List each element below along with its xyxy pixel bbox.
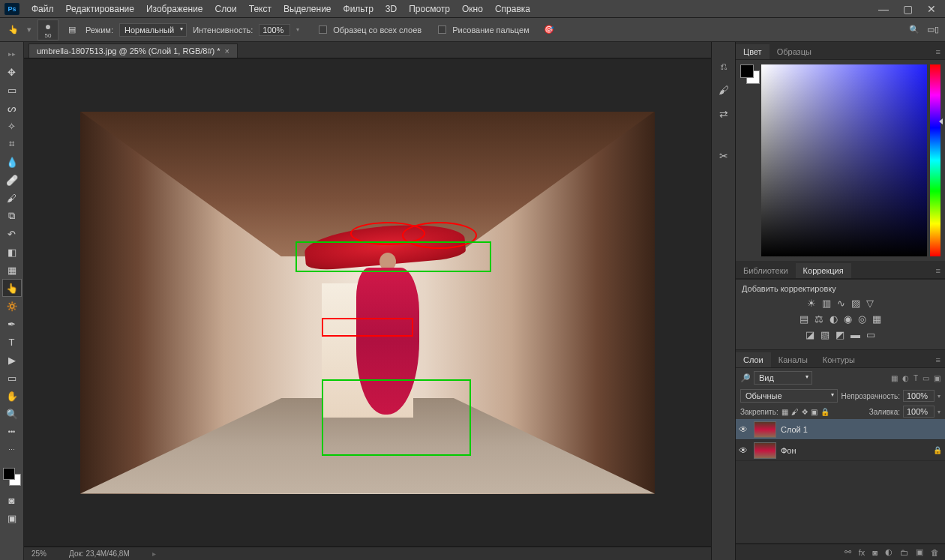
dodge-tool[interactable]: 🔅: [3, 298, 21, 314]
zoom-tool[interactable]: 🔍: [3, 406, 21, 422]
window-close[interactable]: ✕: [922, 3, 940, 15]
lock-brush-icon[interactable]: 🖌: [791, 408, 799, 416]
menu-image[interactable]: Изображение: [140, 4, 209, 14]
intensity-input[interactable]: 100%: [259, 24, 290, 36]
workspace-switcher[interactable]: ▭▯: [927, 25, 939, 34]
brush-preset-picker[interactable]: ● 50: [38, 19, 58, 40]
adj-photo-filter-icon[interactable]: ◉: [844, 313, 852, 325]
zoom-level[interactable]: 25%: [32, 550, 46, 558]
menu-view[interactable]: Просмотр: [403, 4, 456, 14]
shape-tool[interactable]: ▭: [3, 370, 21, 386]
window-maximize[interactable]: ▢: [898, 3, 916, 15]
clone-stamp-tool[interactable]: ⧉: [3, 208, 21, 224]
brush-tool[interactable]: 🖌: [3, 190, 21, 206]
layer-mask-icon[interactable]: ◙: [872, 548, 878, 557]
tab-paths[interactable]: Контуры: [815, 352, 862, 367]
tab-color[interactable]: Цвет: [736, 44, 770, 59]
path-selection-tool[interactable]: ▶: [3, 352, 21, 368]
layer-name[interactable]: Слой 1: [781, 425, 808, 434]
menu-layers[interactable]: Слои: [209, 4, 243, 14]
current-tool-icon[interactable]: 👆: [6, 22, 21, 37]
layer-row[interactable]: 👁 Фон 🔒: [736, 440, 945, 461]
eyedropper-tool[interactable]: 💧: [3, 154, 21, 170]
lock-artboard-icon[interactable]: ▣: [811, 408, 818, 416]
visibility-toggle-icon[interactable]: 👁: [739, 424, 749, 435]
layer-blend-mode[interactable]: Обычные: [740, 389, 838, 403]
expand-tools[interactable]: ▸▸: [3, 46, 21, 62]
filter-smart-icon[interactable]: ▣: [934, 374, 940, 382]
menu-edit[interactable]: Редактирование: [60, 4, 140, 14]
adj-threshold-icon[interactable]: ◩: [836, 329, 844, 340]
adj-posterize-icon[interactable]: ▧: [820, 329, 830, 340]
adj-vibrance-icon[interactable]: ▽: [866, 298, 874, 309]
history-panel-icon[interactable]: ⎌: [717, 60, 730, 73]
adj-bw-icon[interactable]: ◐: [830, 313, 838, 325]
document-tab[interactable]: umbrella-1807513.jpg @ 25% (Слой 1, RGB/…: [28, 43, 238, 58]
menu-filter[interactable]: Фильтр: [338, 4, 380, 14]
color-fg-bg-swatch[interactable]: [740, 64, 758, 256]
adj-levels-icon[interactable]: ▥: [822, 298, 831, 309]
adj-balance-icon[interactable]: ⚖: [814, 313, 824, 325]
opacity-input[interactable]: 100%: [903, 390, 934, 402]
visibility-toggle-icon[interactable]: 👁: [739, 445, 749, 456]
adj-gradient-map-icon[interactable]: ▬: [850, 329, 860, 340]
layer-style-icon[interactable]: fx: [859, 548, 866, 557]
tab-swatches[interactable]: Образцы: [770, 44, 819, 59]
fill-input[interactable]: 100%: [903, 406, 934, 418]
layer-thumbnail[interactable]: [754, 421, 776, 438]
doc-size-info[interactable]: Док: 23,4M/46,8M: [69, 550, 130, 558]
lasso-tool[interactable]: ᔕ: [3, 100, 21, 116]
lock-position-icon[interactable]: ✥: [802, 408, 808, 416]
blend-mode-dropdown[interactable]: Нормальный: [119, 23, 187, 37]
menu-window[interactable]: Окно: [456, 4, 489, 14]
crop-tool[interactable]: ⌗: [3, 136, 21, 152]
search-icon[interactable]: 🔍: [909, 25, 920, 34]
menu-text[interactable]: Текст: [243, 4, 278, 14]
type-tool[interactable]: T: [3, 334, 21, 350]
healing-brush-tool[interactable]: 🩹: [3, 172, 21, 188]
adj-channel-mixer-icon[interactable]: ◎: [858, 313, 866, 325]
adj-exposure-icon[interactable]: ▨: [851, 298, 860, 309]
actions-panel-icon[interactable]: ✂: [717, 150, 730, 163]
menu-file[interactable]: Файл: [26, 4, 60, 14]
move-tool[interactable]: ✥: [3, 64, 21, 80]
new-group-icon[interactable]: 🗀: [900, 548, 908, 557]
brushes-panel-icon[interactable]: 🖌: [717, 84, 730, 97]
adj-hue-icon[interactable]: ▤: [800, 313, 808, 325]
more-tools[interactable]: •••: [3, 424, 21, 440]
gradient-tool[interactable]: ▦: [3, 262, 21, 278]
window-minimize[interactable]: —: [874, 3, 892, 15]
quick-mask-toggle[interactable]: ◙: [3, 492, 21, 508]
menu-3d[interactable]: 3D: [380, 4, 403, 14]
layer-row[interactable]: 👁 Слой 1: [736, 419, 945, 440]
finger-paint-checkbox[interactable]: [438, 25, 446, 34]
tab-adjustments[interactable]: Коррекция: [796, 263, 851, 278]
pen-tool[interactable]: ✒: [3, 316, 21, 332]
lock-all-icon[interactable]: 🔒: [820, 408, 830, 416]
lock-pixels-icon[interactable]: ▦: [782, 408, 788, 416]
adj-brightness-icon[interactable]: ☀: [807, 298, 816, 309]
sample-all-layers-checkbox[interactable]: [319, 25, 327, 34]
close-document-icon[interactable]: ×: [225, 46, 230, 55]
brush-panel-toggle[interactable]: ▤: [64, 22, 80, 37]
tab-libraries[interactable]: Библиотеки: [736, 263, 796, 278]
filter-pixel-icon[interactable]: ▦: [891, 374, 898, 382]
layer-name[interactable]: Фон: [781, 446, 796, 455]
hand-tool[interactable]: ✋: [3, 388, 21, 404]
layer-filter-type[interactable]: Вид: [754, 371, 812, 385]
panel-menu-icon[interactable]: ≡: [932, 44, 945, 59]
menu-select[interactable]: Выделение: [278, 4, 338, 14]
filter-shape-icon[interactable]: ▭: [922, 374, 929, 382]
layer-thumbnail[interactable]: [754, 442, 776, 459]
eraser-tool[interactable]: ◧: [3, 244, 21, 260]
link-layers-icon[interactable]: ⚯: [844, 547, 851, 557]
smudge-tool[interactable]: 👆: [3, 280, 21, 296]
history-brush-tool[interactable]: ↶: [3, 226, 21, 242]
marquee-tool[interactable]: ▭: [3, 82, 21, 98]
delete-layer-icon[interactable]: 🗑: [931, 548, 939, 557]
properties-panel-icon[interactable]: ⇄: [717, 108, 730, 121]
hue-slider[interactable]: [930, 64, 940, 256]
pressure-icon[interactable]: 🎯: [542, 22, 556, 37]
panel-menu-icon[interactable]: ≡: [932, 263, 945, 278]
adj-lookup-icon[interactable]: ▦: [872, 313, 881, 325]
